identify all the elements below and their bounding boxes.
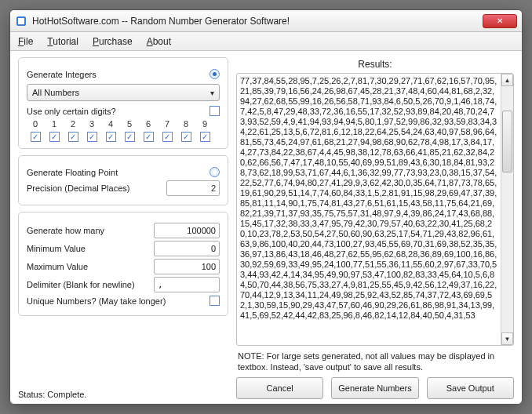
titlebar: HotHotSoftware.com -- Random Number Gene… [10,10,522,32]
digit-label: 5 [121,119,138,129]
precision-value: 2 [211,183,216,193]
digit-label: 1 [46,119,63,129]
app-icon [15,15,27,27]
scroll-track[interactable] [501,86,513,332]
how-many-input[interactable]: 100000 [154,223,220,238]
menu-file[interactable]: File [18,36,33,47]
menubar: File Tutorial Purchase About [10,32,522,51]
min-input[interactable]: 0 [154,241,220,256]
group-floating: Generate Floating Point Precision (Decim… [18,155,228,205]
combo-mode[interactable]: All Numbers ▾ [27,84,220,101]
max-input[interactable]: 100 [154,259,220,274]
radio-integers[interactable] [210,69,220,79]
check-digit-7[interactable] [162,132,173,142]
digit-label: 4 [102,119,119,129]
digits-checkboxes [27,132,220,142]
min-value: 0 [211,244,216,253]
scroll-thumb[interactable] [502,111,512,172]
menu-purchase[interactable]: Purchase [93,36,133,47]
unique-label: Unique Numbers? (May take longer) [27,296,166,306]
check-digit-2[interactable] [68,132,78,142]
digit-label: 2 [64,119,82,129]
save-button[interactable]: Save Output [427,377,514,399]
cancel-button[interactable]: Cancel [236,377,323,399]
group-params: Generate how many 100000 Minimum Value 0… [18,212,228,316]
close-button[interactable]: ✕ [483,14,517,28]
status-label: Status: Complete. [18,383,228,399]
digit-label: 7 [159,119,176,129]
results-title: Results: [236,59,514,70]
generate-button-label: Generate Numbers [338,383,412,393]
digit-label: 6 [140,119,157,129]
check-digit-8[interactable] [181,132,191,142]
precision-input[interactable]: 2 [166,180,220,196]
chevron-down-icon: ▾ [210,89,214,97]
check-digit-1[interactable] [49,132,60,142]
check-digit-3[interactable] [87,132,97,142]
app-window: HotHotSoftware.com -- Random Number Gene… [9,9,523,405]
check-digit-4[interactable] [106,132,116,142]
scrollbar-vertical: ▲ ▼ [501,74,513,345]
how-many-label: Generate how many [27,226,104,235]
integers-title: Generate Integers [27,70,97,79]
min-label: Minimum Value [27,244,86,253]
results-box: 77,37,84,55,28,95,7,25,26,2,7,81,7,30,29… [236,73,514,346]
check-unique[interactable] [210,296,220,306]
cancel-button-label: Cancel [267,383,293,393]
menu-tutorial[interactable]: Tutorial [47,36,78,47]
save-button-label: Save Output [446,383,494,393]
menu-about[interactable]: About [147,36,171,47]
window-title: HotHotSoftware.com -- Random Number Gene… [32,16,290,27]
check-digit-6[interactable] [144,132,154,142]
max-value: 100 [202,262,216,271]
right-panel: Results: 77,37,84,55,28,95,7,25,26,2,7,8… [236,57,514,399]
digit-label: 0 [27,119,44,129]
combo-mode-value: All Numbers [32,88,79,97]
check-digit-0[interactable] [31,132,41,142]
floating-title: Generate Floating Point [27,168,118,177]
scroll-down-button[interactable]: ▼ [501,332,513,345]
delimiter-label: Delimiter (Blank for newline) [27,280,135,289]
group-integers: Generate Integers All Numbers ▾ Use only… [18,57,228,149]
check-digit-9[interactable] [200,132,210,142]
digit-label: 3 [83,119,100,129]
use-digits-label: Use only certain digits? [27,107,116,116]
scroll-up-button[interactable]: ▲ [501,74,513,86]
content-area: Generate Integers All Numbers ▾ Use only… [10,51,522,404]
max-label: Maximum Value [27,262,88,271]
results-textarea[interactable]: 77,37,84,55,28,95,7,25,26,2,7,81,7,30,29… [237,74,501,345]
button-row: Cancel Generate Numbers Save Output [236,377,514,399]
check-use-digits[interactable] [210,106,220,116]
check-digit-5[interactable] [125,132,135,142]
left-panel: Generate Integers All Numbers ▾ Use only… [18,57,228,399]
close-icon: ✕ [497,16,503,25]
delimiter-value: , [158,280,163,290]
generate-button[interactable]: Generate Numbers [331,377,418,399]
digit-label: 9 [196,119,213,129]
radio-floating[interactable] [210,167,220,177]
how-many-value: 100000 [187,226,216,235]
digit-label: 8 [177,119,195,129]
digits-header: 0 1 2 3 4 5 6 7 8 9 [27,119,220,129]
precision-label: Precision (Decimal Places) [27,183,129,193]
delimiter-input[interactable]: , [154,277,220,292]
svg-rect-1 [18,18,24,24]
results-note: NOTE: For large sets generated, not all … [238,350,512,372]
